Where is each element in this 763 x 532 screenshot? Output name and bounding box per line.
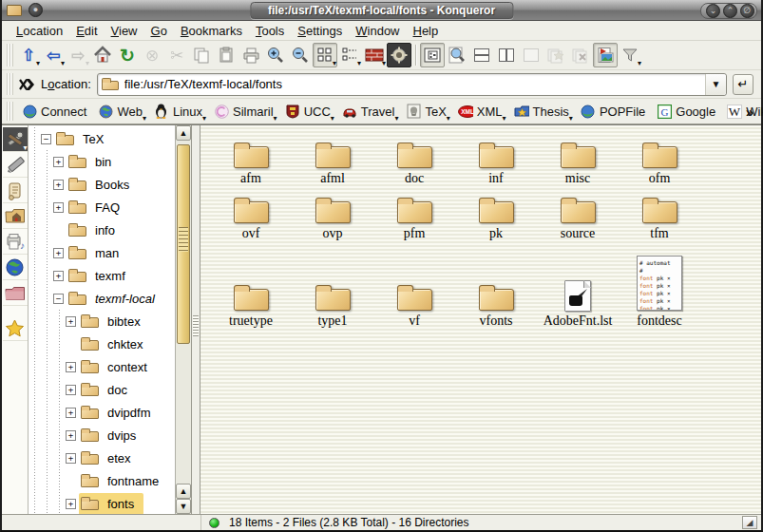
tree-item-body[interactable]: texmf-local <box>67 288 164 310</box>
back-button[interactable]: ⇦▾ <box>41 43 66 67</box>
file-item-AdobeFnt.lst[interactable]: AdobeFnt.lst <box>537 241 619 329</box>
tree-scrollbar[interactable]: ▲ ▲ ▼ <box>175 125 191 514</box>
scrollbar-track[interactable] <box>176 141 191 484</box>
filter-button[interactable]: ▾ <box>618 43 642 67</box>
menu-edit[interactable]: Edit <box>69 22 104 40</box>
paste-button[interactable] <box>214 43 238 67</box>
tree-item-body[interactable]: fontname <box>79 470 168 492</box>
tree-item-bibtex[interactable]: +bibtex <box>29 310 175 332</box>
remove-view-button[interactable] <box>519 43 544 67</box>
menu-tools[interactable]: Tools <box>249 22 291 40</box>
tree-item-Books[interactable]: +Books <box>29 173 175 196</box>
scrollbar-thumb[interactable] <box>177 144 190 344</box>
bookmark-google[interactable]: GGoogle <box>652 102 720 121</box>
tree-item-etex[interactable]: +etex <box>29 446 175 469</box>
tree-item-body[interactable]: doc <box>79 379 137 401</box>
bookmark-ucc[interactable]: UCC▾ <box>280 102 335 121</box>
tree-item-body[interactable]: chktex <box>79 333 153 355</box>
tree-item-texmf-local[interactable]: −texmf-local <box>29 287 175 310</box>
tree-item-body[interactable]: TeX <box>54 128 113 150</box>
file-item-vfonts[interactable]: vfonts <box>455 241 537 329</box>
tree-item-body[interactable]: FAQ <box>67 197 129 218</box>
toolbar-grip[interactable] <box>7 73 13 95</box>
tree-item-fontname[interactable]: fontname <box>29 469 175 492</box>
bookmark-web[interactable]: Web▾ <box>93 102 147 121</box>
tree-item-body[interactable]: info <box>67 219 124 241</box>
sidebar-tab-annotate-pen[interactable] <box>3 153 28 178</box>
file-item-source[interactable]: source <box>537 186 619 241</box>
bookmark-linux[interactable]: Linux▾ <box>149 102 207 121</box>
new-tab-button[interactable] <box>544 43 568 67</box>
tree-item-body[interactable]: fonts <box>79 493 143 515</box>
tree-expander-expand[interactable]: + <box>53 157 64 167</box>
menu-window[interactable]: Window <box>349 22 406 40</box>
tree-item-texmf[interactable]: +texmf <box>29 264 175 287</box>
copy-button[interactable] <box>189 43 214 67</box>
bookmark-travel[interactable]: Travel▾ <box>337 102 400 121</box>
menu-location[interactable]: Location <box>10 22 69 40</box>
menu-help[interactable]: Help <box>407 22 446 40</box>
pane-splitter[interactable] <box>192 125 200 514</box>
cut-button[interactable]: ✂ <box>164 43 189 67</box>
tree-expander-expand[interactable]: + <box>53 180 64 190</box>
file-item-inf[interactable]: inf <box>455 131 537 186</box>
tree-item-body[interactable]: texmf <box>67 265 135 287</box>
tree-expander-collapse[interactable]: − <box>41 134 51 144</box>
scroll-down-button[interactable]: ▼ <box>176 499 191 514</box>
sidebar-tab-services[interactable]: ♪ <box>3 230 28 255</box>
bookmark-bricks-button[interactable]: ▾ <box>362 43 387 67</box>
tree-expander-expand[interactable]: + <box>66 408 76 418</box>
up-button[interactable]: ⇧▾ <box>16 43 41 67</box>
home-button[interactable] <box>90 43 115 67</box>
sidebar-tab-system-tools[interactable]: ▾ <box>3 127 28 152</box>
forward-button[interactable]: ⇨▾ <box>66 43 90 67</box>
tree-expander-expand[interactable]: + <box>53 248 64 258</box>
tree-expander-expand[interactable]: + <box>66 430 76 441</box>
print-button[interactable] <box>238 43 263 67</box>
show-navigation-panel-button[interactable] <box>420 43 445 67</box>
stop-button[interactable]: ⊗ <box>140 43 164 67</box>
location-dropdown-button[interactable]: ▼ <box>705 74 726 95</box>
tree-item-body[interactable]: etex <box>79 447 141 469</box>
clear-location-icon[interactable] <box>16 72 37 97</box>
close-button[interactable]: ∅ <box>740 4 754 18</box>
reload-button[interactable]: ↻ <box>115 43 140 67</box>
tree-item-body[interactable]: bibtex <box>79 311 150 332</box>
tree-item-dvips[interactable]: +dvips <box>29 424 175 446</box>
bookmark-connect[interactable]: Connect <box>17 102 91 121</box>
sidebar-tab-home-folder[interactable] <box>3 204 28 229</box>
location-input[interactable] <box>124 77 705 91</box>
tree-item-info[interactable]: info <box>29 218 175 241</box>
file-item-ofm[interactable]: ofm <box>619 131 700 186</box>
tree-expander-expand[interactable]: + <box>66 362 76 372</box>
menu-bookmarks[interactable]: Bookmarks <box>174 22 249 40</box>
file-item-fontdesc[interactable]: # automat#font pk ×font pk ×font pk ×fon… <box>619 241 700 329</box>
file-item-pfm[interactable]: pfm <box>373 186 455 241</box>
file-item-truetype[interactable]: truetype <box>210 241 292 329</box>
tree-expander-expand[interactable]: + <box>53 271 64 281</box>
sidebar-tab-history-scroll[interactable] <box>3 179 28 203</box>
tree-item-body[interactable]: dvipdfm <box>79 402 161 424</box>
file-item-tfm[interactable]: tfm <box>619 186 700 241</box>
sidebar-tab-network-globe[interactable] <box>3 256 28 280</box>
list-view-button[interactable]: ▾ <box>337 43 362 67</box>
find-file-button[interactable] <box>445 43 469 67</box>
bookmark-tex[interactable]: TeX▾ <box>401 102 450 121</box>
menu-settings[interactable]: Settings <box>291 22 349 40</box>
tree-item-body[interactable]: context <box>79 356 157 378</box>
bookmark-thesis[interactable]: Thesis▾ <box>509 102 574 121</box>
tree-item-body[interactable]: dvips <box>79 425 145 446</box>
split-view-left-right-button[interactable] <box>494 43 519 67</box>
tree-item-fonts[interactable]: +fonts <box>29 492 175 514</box>
sticky-button[interactable]: ● <box>29 3 43 17</box>
konqueror-gear-button[interactable] <box>387 43 411 67</box>
image-preview-button[interactable] <box>593 43 618 67</box>
file-item-vf[interactable]: vf <box>373 241 455 329</box>
tree-item-chktex[interactable]: chktex <box>29 332 175 355</box>
menu-go[interactable]: Go <box>144 22 174 40</box>
tree-item-body[interactable]: bin <box>67 151 121 173</box>
bookmark-xml[interactable]: XMLXML▾ <box>453 102 507 121</box>
titlebar[interactable]: ● file:/usr/TeX/texmf-local/fonts - Konq… <box>2 0 761 21</box>
file-item-misc[interactable]: misc <box>537 131 619 186</box>
bookmark-silmaril[interactable]: Silmaril▾ <box>209 102 278 121</box>
